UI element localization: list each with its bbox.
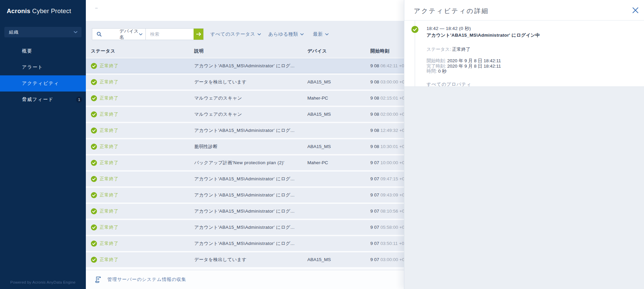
row-description: 脆弱性診断 xyxy=(194,139,218,154)
chevron-down-icon xyxy=(325,33,329,35)
powered-by-text: Powered by Acronis AnyData Engine xyxy=(0,280,86,284)
search-submit-button[interactable] xyxy=(194,29,203,40)
activity-name: アカウント'ABA15_MS\Administrator' にログイン中 xyxy=(427,32,636,38)
row-description: データを検出しています xyxy=(194,252,246,267)
row-status-text: 正常終了 xyxy=(100,236,118,251)
row-device: ABA15_MS xyxy=(307,107,331,122)
row-description: アカウント'ABA15_MS\Administrator' にログ... xyxy=(194,188,295,203)
sort-filter-dropdown[interactable]: 最新 xyxy=(313,28,329,40)
row-status-text: 正常終了 xyxy=(100,107,118,122)
search-category-label: デバイス名 xyxy=(120,28,139,40)
row-device: Maher-PC xyxy=(307,91,328,106)
arrow-right-icon xyxy=(196,32,201,36)
chevron-down-icon xyxy=(258,33,261,35)
row-status-text: 正常終了 xyxy=(100,59,118,73)
row-status-cell: 正常終了 xyxy=(91,59,118,73)
row-status-cell: 正常終了 xyxy=(91,172,118,186)
column-header-description: 説明 xyxy=(194,48,204,54)
row-status-text: 正常終了 xyxy=(100,123,118,138)
row-description: アカウント'ABA15_MS\Administrator' にログ... xyxy=(194,220,295,235)
activity-time-range: 18:42 — 18:42 (0 秒) xyxy=(427,26,636,32)
row-status-cell: 正常終了 xyxy=(91,75,118,89)
row-description: アカウント'ABA15_MS\Administrator' にログ... xyxy=(194,172,295,186)
sidebar-nav: ダッシュボード概要アラートアクティビティ脅威フィード1デバイス計画マルウェアから… xyxy=(0,43,86,108)
close-icon xyxy=(632,7,639,13)
row-device: ABA15_MS xyxy=(307,139,331,154)
activity-field: 時間: 0 秒 xyxy=(427,69,636,74)
chevron-down-icon xyxy=(139,33,142,35)
row-status-cell: 正常終了 xyxy=(91,236,118,251)
success-icon xyxy=(91,241,97,247)
sidebar: Acronis Cyber Protect 組織 ダッシュボード概要アラートアク… xyxy=(0,0,86,289)
app-logo: Acronis Cyber Protect xyxy=(0,0,86,15)
row-status-cell: 正常終了 xyxy=(91,139,118,154)
activity-status-line: ステータス: 正常終了 xyxy=(427,46,636,52)
row-description: バックアップ計画'New protection plan (2)' xyxy=(194,155,284,170)
row-status-text: 正常終了 xyxy=(100,75,118,89)
row-status-cell: 正常終了 xyxy=(91,155,118,170)
success-icon xyxy=(91,111,97,117)
row-status-text: 正常終了 xyxy=(100,172,118,186)
success-icon xyxy=(411,26,418,33)
search-category-dropdown[interactable]: デバイス名 xyxy=(92,29,146,40)
divider xyxy=(404,20,644,21)
column-header-device: デバイス xyxy=(307,48,327,54)
row-status-text: 正常終了 xyxy=(100,204,118,219)
field-value: 0 秒 xyxy=(438,69,447,74)
sidebar-item-overview[interactable]: 概要 xyxy=(0,43,86,59)
search-icon xyxy=(97,32,116,37)
chevron-down-icon xyxy=(74,31,77,33)
sidebar-item-label: 概要 xyxy=(22,48,80,54)
success-icon xyxy=(91,95,97,101)
success-icon xyxy=(91,128,97,134)
row-status-cell: 正常終了 xyxy=(91,204,118,219)
success-icon xyxy=(91,208,97,214)
column-header-start-time: 開始時刻 xyxy=(370,48,389,54)
settings-icon xyxy=(92,6,101,15)
row-status-text: 正常終了 xyxy=(100,155,118,170)
row-description: アカウント'ABA15_MS\Administrator' にログ... xyxy=(194,236,295,251)
column-header-status: ステータス xyxy=(91,48,115,54)
organization-selector-label: 組織 xyxy=(9,29,74,35)
sidebar-item-threat-feed[interactable]: 脅威フィード1 xyxy=(0,92,86,108)
row-status-cell: 正常終了 xyxy=(91,91,118,106)
search-widget: デバイス名 xyxy=(92,28,204,40)
row-status-cell: 正常終了 xyxy=(91,123,118,138)
sidebar-item-label: アクティビティ xyxy=(22,80,80,86)
field-value: 2020 年 9 月 8 日 18:42:11 xyxy=(447,64,501,69)
row-status-text: 正常終了 xyxy=(100,139,118,154)
success-icon xyxy=(91,224,97,230)
notification-badge: 1 xyxy=(76,97,82,103)
close-button[interactable] xyxy=(631,5,640,15)
row-description: アカウント'ABA15_MS\Administrator' にログ... xyxy=(194,59,295,73)
sidebar-item-label: アラート xyxy=(22,64,80,70)
success-icon xyxy=(91,176,97,182)
row-description: アカウント'ABA15_MS\Administrator' にログ... xyxy=(194,204,295,219)
success-icon xyxy=(91,144,97,150)
organization-selector[interactable]: 組織 xyxy=(4,27,81,37)
sidebar-item-alerts[interactable]: アラート xyxy=(0,59,86,75)
type-filter-dropdown[interactable]: あらゆる種類 xyxy=(268,28,304,40)
row-status-text: 正常終了 xyxy=(100,252,118,267)
row-description: マルウェアのスキャン xyxy=(194,91,242,106)
row-status-text: 正常終了 xyxy=(100,91,118,106)
row-status-text: 正常終了 xyxy=(100,220,118,235)
row-status-cell: 正常終了 xyxy=(91,220,118,235)
chevron-down-icon xyxy=(300,33,304,35)
sidebar-item-activities[interactable]: アクティビティ xyxy=(0,75,86,92)
row-description: マルウェアのスキャン xyxy=(194,107,242,122)
activity-details-panel: アクティビティの詳細 18:42 — 18:42 (0 秒) アカウント'ABA… xyxy=(404,0,644,289)
row-device: ABA15_MS xyxy=(307,75,331,89)
row-status-cell: 正常終了 xyxy=(91,252,118,267)
row-status-cell: 正常終了 xyxy=(91,107,118,122)
activity-field: 開始時刻: 2020 年 9 月 8 日 18:42:11 xyxy=(427,58,636,64)
details-title: アクティビティの詳細 xyxy=(414,7,489,15)
activity-status-value: 正常終了 xyxy=(452,47,470,52)
success-icon xyxy=(91,63,97,69)
row-description: アカウント'ABA15_MS\Administrator' にログ... xyxy=(194,123,295,138)
status-filter-dropdown[interactable]: すべてのステータス xyxy=(210,28,261,40)
all-properties-link[interactable]: すべてのプロパティ xyxy=(427,81,471,87)
success-icon xyxy=(91,192,97,198)
search-input[interactable] xyxy=(146,29,194,40)
success-icon xyxy=(91,79,97,85)
